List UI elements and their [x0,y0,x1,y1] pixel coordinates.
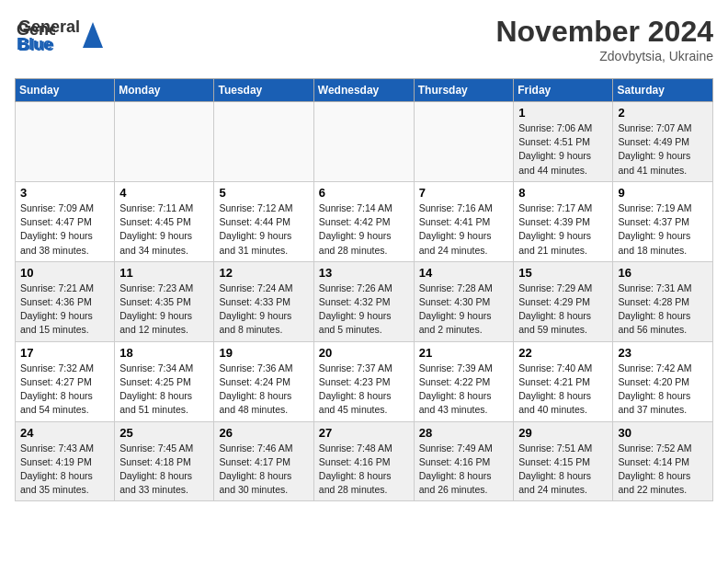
table-row: 17Sunrise: 7:32 AMSunset: 4:27 PMDayligh… [16,341,115,421]
day-number: 9 [618,186,708,200]
table-row: 2Sunrise: 7:07 AMSunset: 4:49 PMDaylight… [613,102,713,182]
table-row: 18Sunrise: 7:34 AMSunset: 4:25 PMDayligh… [115,341,214,421]
day-info: Sunrise: 7:23 AMSunset: 4:35 PMDaylight:… [119,282,209,338]
day-info: Sunrise: 7:42 AMSunset: 4:20 PMDaylight:… [618,362,708,418]
day-info: Sunrise: 7:43 AMSunset: 4:19 PMDaylight:… [20,442,109,498]
header-sunday: Sunday [16,79,115,102]
table-row: 11Sunrise: 7:23 AMSunset: 4:35 PMDayligh… [115,261,214,341]
table-row: 3Sunrise: 7:09 AMSunset: 4:47 PMDaylight… [16,181,115,261]
table-row: 29Sunrise: 7:51 AMSunset: 4:15 PMDayligh… [514,421,613,501]
day-info: Sunrise: 7:07 AMSunset: 4:49 PMDaylight:… [618,121,708,178]
table-row: 22Sunrise: 7:40 AMSunset: 4:21 PMDayligh… [514,341,613,421]
day-number: 28 [419,426,509,440]
svg-marker-3 [83,22,103,48]
table-row: 7Sunrise: 7:16 AMSunset: 4:41 PMDaylight… [414,181,514,261]
table-row: 14Sunrise: 7:28 AMSunset: 4:30 PMDayligh… [414,261,514,341]
day-number: 18 [119,346,209,360]
day-number: 6 [319,186,409,200]
day-info: Sunrise: 7:24 AMSunset: 4:33 PMDaylight:… [219,282,308,338]
day-info: Sunrise: 7:17 AMSunset: 4:39 PMDaylight:… [518,201,608,258]
day-info: Sunrise: 7:09 AMSunset: 4:47 PMDaylight:… [20,201,109,258]
day-number: 7 [419,186,509,200]
day-info: Sunrise: 7:46 AMSunset: 4:17 PMDaylight:… [219,442,308,498]
day-number: 13 [319,266,409,280]
table-row: 20Sunrise: 7:37 AMSunset: 4:23 PMDayligh… [313,341,414,421]
calendar-week-row: 1Sunrise: 7:06 AMSunset: 4:51 PMDaylight… [16,102,713,182]
day-number: 1 [518,106,608,120]
day-number: 8 [518,186,608,200]
header-monday: Monday [115,79,214,102]
header-saturday: Saturday [613,79,713,102]
day-info: Sunrise: 7:12 AMSunset: 4:44 PMDaylight:… [219,201,308,258]
calendar-week-row: 10Sunrise: 7:21 AMSunset: 4:36 PMDayligh… [16,261,713,341]
table-row: 16Sunrise: 7:31 AMSunset: 4:28 PMDayligh… [613,261,713,341]
table-row: 25Sunrise: 7:45 AMSunset: 4:18 PMDayligh… [115,421,214,501]
logo-arrow-icon [83,22,103,48]
day-info: Sunrise: 7:39 AMSunset: 4:22 PMDaylight:… [419,362,509,418]
day-info: Sunrise: 7:34 AMSunset: 4:25 PMDaylight:… [119,362,209,418]
table-row [414,102,514,182]
logo-general: General [18,18,80,37]
day-number: 2 [618,106,708,120]
day-info: Sunrise: 7:31 AMSunset: 4:28 PMDaylight:… [618,282,708,338]
table-row [214,102,313,182]
day-number: 12 [219,266,308,280]
day-number: 17 [20,346,109,360]
day-number: 27 [319,426,409,440]
day-info: Sunrise: 7:14 AMSunset: 4:42 PMDaylight:… [319,201,409,258]
day-info: Sunrise: 7:28 AMSunset: 4:30 PMDaylight:… [419,282,509,338]
table-row [313,102,414,182]
table-row: 21Sunrise: 7:39 AMSunset: 4:22 PMDayligh… [414,341,514,421]
day-info: Sunrise: 7:45 AMSunset: 4:18 PMDaylight:… [119,442,209,498]
table-row: 10Sunrise: 7:21 AMSunset: 4:36 PMDayligh… [16,261,115,341]
logo-container: General Blue [18,18,103,55]
day-info: Sunrise: 7:49 AMSunset: 4:16 PMDaylight:… [419,442,509,498]
month-title: November 2024 [495,15,713,49]
header-thursday: Thursday [414,79,514,102]
table-row: 4Sunrise: 7:11 AMSunset: 4:45 PMDaylight… [115,181,214,261]
page-header: General Blue November 2024 Zdovbytsia, U… [15,15,713,63]
logo-text: General Blue [18,18,80,55]
table-row: 6Sunrise: 7:14 AMSunset: 4:42 PMDaylight… [313,181,414,261]
day-number: 25 [119,426,209,440]
table-row: 12Sunrise: 7:24 AMSunset: 4:33 PMDayligh… [214,261,313,341]
day-number: 29 [518,426,608,440]
day-info: Sunrise: 7:16 AMSunset: 4:41 PMDaylight:… [419,201,509,258]
logo-blue: Blue [18,37,80,55]
table-row: 19Sunrise: 7:36 AMSunset: 4:24 PMDayligh… [214,341,313,421]
table-row [115,102,214,182]
table-row: 5Sunrise: 7:12 AMSunset: 4:44 PMDaylight… [214,181,313,261]
calendar-table: Sunday Monday Tuesday Wednesday Thursday… [15,78,713,501]
day-number: 16 [618,266,708,280]
day-info: Sunrise: 7:48 AMSunset: 4:16 PMDaylight:… [319,442,409,498]
day-info: Sunrise: 7:26 AMSunset: 4:32 PMDaylight:… [319,282,409,338]
day-info: Sunrise: 7:51 AMSunset: 4:15 PMDaylight:… [518,442,608,498]
location: Zdovbytsia, Ukraine [495,49,713,63]
day-info: Sunrise: 7:32 AMSunset: 4:27 PMDaylight:… [20,362,109,418]
day-info: Sunrise: 7:52 AMSunset: 4:14 PMDaylight:… [618,442,708,498]
day-info: Sunrise: 7:36 AMSunset: 4:24 PMDaylight:… [219,362,308,418]
day-number: 23 [618,346,708,360]
day-number: 10 [20,266,109,280]
header-tuesday: Tuesday [214,79,313,102]
day-info: Sunrise: 7:40 AMSunset: 4:21 PMDaylight:… [518,362,608,418]
day-number: 30 [618,426,708,440]
day-number: 26 [219,426,308,440]
calendar-week-row: 17Sunrise: 7:32 AMSunset: 4:27 PMDayligh… [16,341,713,421]
day-number: 3 [20,186,109,200]
header-friday: Friday [514,79,613,102]
table-row: 26Sunrise: 7:46 AMSunset: 4:17 PMDayligh… [214,421,313,501]
table-row: 9Sunrise: 7:19 AMSunset: 4:37 PMDaylight… [613,181,713,261]
calendar-header-row: Sunday Monday Tuesday Wednesday Thursday… [16,79,713,102]
calendar-week-row: 3Sunrise: 7:09 AMSunset: 4:47 PMDaylight… [16,181,713,261]
table-row: 8Sunrise: 7:17 AMSunset: 4:39 PMDaylight… [514,181,613,261]
table-row: 1Sunrise: 7:06 AMSunset: 4:51 PMDaylight… [514,102,613,182]
day-info: Sunrise: 7:21 AMSunset: 4:36 PMDaylight:… [20,282,109,338]
day-info: Sunrise: 7:19 AMSunset: 4:37 PMDaylight:… [618,201,708,258]
day-number: 15 [518,266,608,280]
day-number: 5 [219,186,308,200]
day-info: Sunrise: 7:29 AMSunset: 4:29 PMDaylight:… [518,282,608,338]
day-info: Sunrise: 7:11 AMSunset: 4:45 PMDaylight:… [119,201,209,258]
day-number: 20 [319,346,409,360]
title-block: November 2024 Zdovbytsia, Ukraine [495,15,713,63]
